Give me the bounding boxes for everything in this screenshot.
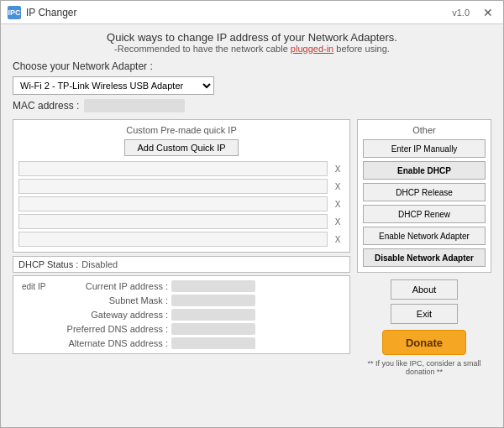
quick-ip-input-3[interactable] [18, 196, 328, 211]
ip-dns1-label: Preferred DNS address : [59, 324, 168, 334]
ip-subnet-row: Subnet Mask : [22, 295, 341, 306]
enable-dhcp-button[interactable]: Enable DHCP [363, 161, 486, 180]
right-bottom: About Exit Donate ** If you like IPC, co… [357, 279, 491, 376]
content-area: Quick ways to change IP address of your … [1, 24, 503, 427]
dhcp-status-bar: DHCP Status : Disabled [13, 256, 350, 273]
bottom-left: DHCP Status : Disabled edit IP Current I… [13, 256, 350, 422]
subtitle-before: -Recommended to have the network cable [114, 44, 291, 54]
custom-quick-ip-panel: Custom Pre-made quick IP Add Custom Quic… [13, 119, 350, 253]
quick-ip-remove-2[interactable]: X [331, 180, 344, 193]
title-bar-left: IPC IP Changer [8, 6, 77, 19]
about-button[interactable]: About [391, 279, 458, 300]
quick-ip-row-5: X [18, 232, 344, 247]
header-section: Quick ways to change IP address of your … [13, 31, 491, 54]
header-title: Quick ways to change IP address of your … [13, 31, 491, 44]
edit-ip-link[interactable]: edit IP [22, 282, 55, 291]
subtitle-highlight: plugged-in [291, 44, 333, 54]
quick-ip-row-1: X [18, 161, 344, 176]
enter-ip-manually-button[interactable]: Enter IP Manually [363, 139, 486, 158]
ip-dns2-label: Alternate DNS address : [59, 338, 168, 348]
adapter-select-row: Wi-Fi 2 - TP-Link Wireless USB Adapter [13, 76, 491, 95]
dhcp-status-label: DHCP Status : [18, 259, 78, 269]
quick-ip-remove-1[interactable]: X [331, 162, 344, 175]
other-title: Other [363, 125, 486, 135]
ip-gateway-row: Gateway address : [22, 309, 341, 321]
quick-ip-remove-3[interactable]: X [331, 197, 344, 211]
adapter-label: Choose your Network Adapter : [13, 60, 153, 72]
ip-current-value [171, 280, 255, 292]
disable-network-adapter-button[interactable]: Disable Network Adapter [363, 248, 486, 267]
quick-ip-row-3: X [18, 196, 344, 211]
enable-network-adapter-button[interactable]: Enable Network Adapter [363, 227, 486, 245]
ip-gateway-label: Gateway address : [59, 310, 168, 320]
ip-gateway-value [171, 309, 255, 321]
title-bar-right: v1.0 ✕ [452, 4, 496, 21]
dhcp-status-value: Disabled [81, 259, 118, 269]
other-panel: Other Enter IP Manually Enable DHCP DHCP… [357, 119, 491, 273]
quick-ip-input-2[interactable] [18, 179, 328, 194]
quick-ip-remove-4[interactable]: X [331, 215, 344, 228]
right-panel: Other Enter IP Manually Enable DHCP DHCP… [357, 119, 491, 422]
ip-dns1-value [171, 323, 255, 335]
ip-subnet-label: Subnet Mask : [59, 295, 168, 305]
quick-ip-remove-5[interactable]: X [331, 232, 344, 246]
app-icon: IPC [8, 6, 21, 19]
title-bar: IPC IP Changer v1.0 ✕ [1, 1, 503, 24]
mac-value [84, 99, 185, 112]
ip-dns2-value [171, 337, 255, 349]
quick-ip-input-4[interactable] [18, 214, 328, 229]
add-custom-ip-button[interactable]: Add Custom Quick IP [124, 139, 238, 156]
main-panels: Custom Pre-made quick IP Add Custom Quic… [13, 119, 491, 422]
mac-row: MAC address : [13, 99, 491, 112]
version-label: v1.0 [452, 8, 470, 18]
quick-ip-input-5[interactable] [18, 232, 328, 247]
ip-dns1-row: Preferred DNS address : [22, 323, 341, 335]
ip-current-row: edit IP Current IP address : [22, 280, 341, 292]
adapter-row: Choose your Network Adapter : [13, 60, 491, 72]
dhcp-renew-button[interactable]: DHCP Renew [363, 205, 486, 223]
left-panel: Custom Pre-made quick IP Add Custom Quic… [13, 119, 350, 422]
ip-info-box: edit IP Current IP address : Subnet Mask… [13, 275, 350, 354]
other-buttons: Enter IP Manually Enable DHCP DHCP Relea… [363, 139, 486, 267]
subtitle-after: before using. [333, 44, 390, 54]
close-button[interactable]: ✕ [480, 4, 496, 21]
donate-button[interactable]: Donate [382, 330, 466, 355]
quick-ip-row-4: X [18, 214, 344, 229]
adapter-select[interactable]: Wi-Fi 2 - TP-Link Wireless USB Adapter [13, 76, 214, 95]
quick-ip-row-2: X [18, 179, 344, 194]
quick-ip-input-1[interactable] [18, 161, 328, 176]
mac-label: MAC address : [13, 100, 79, 112]
donate-note: ** If you like IPC, consider a small don… [357, 359, 491, 376]
ip-subnet-value [171, 295, 255, 306]
header-subtitle: -Recommended to have the network cable p… [13, 44, 491, 54]
dhcp-release-button[interactable]: DHCP Release [363, 183, 486, 201]
main-window: IPC IP Changer v1.0 ✕ Quick ways to chan… [0, 0, 504, 428]
custom-panel-title: Custom Pre-made quick IP [18, 125, 344, 135]
ip-dns2-row: Alternate DNS address : [22, 337, 341, 349]
window-title: IP Changer [26, 7, 77, 18]
exit-button[interactable]: Exit [391, 304, 458, 324]
ip-current-label: Current IP address : [59, 281, 168, 291]
quick-ip-list: X X X X [18, 161, 344, 247]
